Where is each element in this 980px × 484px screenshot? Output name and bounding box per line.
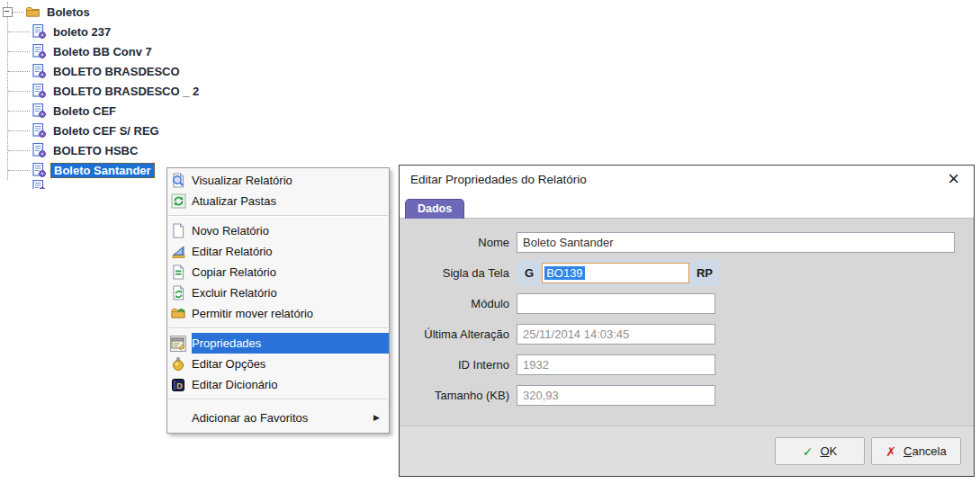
close-icon[interactable]: × [944,170,963,188]
menu-item-label: Novo Relatório [192,224,269,238]
tree-stub [8,130,30,131]
report-icon [31,44,47,58]
field-row-nome: Nome [400,231,974,254]
favorites-icon-placeholder [170,409,186,426]
menu-item-novo-relatorio[interactable]: Novo Relatório [167,220,389,241]
menu-item-editar-relatorio[interactable]: Editar Relatório [167,241,389,262]
menu-item-label: Editar Dicionário [192,378,277,391]
report-icon [31,123,47,138]
tree-stub [8,170,30,171]
menu-item-propriedades[interactable]: Propriedades [167,333,389,354]
tree-item-label[interactable]: BOLETO BRASDESCO _ 2 [50,84,202,99]
report-icon [31,24,47,39]
dictionary-icon: D [170,377,186,393]
report-icon [31,163,47,177]
tree-root-row[interactable]: Boletos [0,2,396,22]
report-icon [31,143,47,157]
tree-stub [8,111,30,112]
sigla-selected-text: BO139 [544,266,584,280]
menu-item-label: Propriedades [192,336,261,350]
x-icon: ✗ [886,444,896,459]
menu-item-label: Visualizar Relatório [192,174,292,187]
ultima-alteracao-input [517,324,715,345]
tree-stub [8,31,30,32]
modulo-label: Módulo [400,297,509,310]
id-interno-label: ID Interno [400,358,509,372]
tree-stub [8,150,30,151]
svg-text:D: D [176,381,183,390]
tree-item[interactable]: boleto 237 [0,22,396,41]
menu-separator [168,399,388,400]
move-report-icon [170,306,186,322]
menu-item-editar-dicionario[interactable]: D Editar Dicionário [167,374,389,395]
menu-item-label: Editar Opções [192,357,265,371]
collapse-expander-icon[interactable] [3,7,13,17]
tree-item-label-selected[interactable]: Boleto Santander [50,163,155,178]
field-row-ultima-alteracao: Última Alteração [400,323,974,345]
sigla-prefix: G [525,266,534,280]
tree-root-label[interactable]: Boletos [44,4,93,20]
tree-item-label[interactable]: Boleto CEF [50,103,119,119]
cancel-button[interactable]: ✗ Cancela [871,437,961,465]
menu-separator [168,215,388,217]
dialog-body: Nome Sigla da Tela G BO139 RP Módulo Últ… [400,218,974,426]
tree-item[interactable]: Boleto CEF [0,101,396,121]
dialog-titlebar: Editar Propriedades do Relatório × [400,166,974,193]
menu-item-label: Atualizar Pastas [192,194,276,208]
tree-item-label[interactable]: Boleto BB Conv 7 [50,44,155,59]
refresh-icon [170,193,186,210]
tree-item[interactable]: BOLETO HSBC [0,140,396,160]
tree-item[interactable]: Boleto CEF S/ REG [0,121,396,140]
context-menu: Visualizar Relatório Atualizar Pastas No… [166,167,390,434]
menu-item-adicionar-ao-favoritos[interactable]: Adicionar ao Favoritos ▶ [167,404,389,431]
menu-item-editar-opcoes[interactable]: Editar Opções [167,354,389,374]
view-report-icon [170,173,186,189]
options-icon [170,356,186,372]
tree-item[interactable]: Boleto BB Conv 7 [0,41,396,61]
tree-item[interactable]: BOLETO BRASDESCO [0,61,396,81]
dialog-footer: ✓ OK ✗ Cancela [400,426,974,476]
menu-item-permitir-mover-relatorio[interactable]: Permitir mover relatório [167,303,389,324]
cancel-button-label: Cancela [904,444,947,458]
nome-input[interactable] [517,232,955,253]
menu-item-label: Permitir mover relatório [192,307,313,320]
modulo-input[interactable] [517,293,715,314]
tree-item-label[interactable]: boleto 237 [50,24,113,40]
properties-icon [170,336,186,352]
menu-item-visualizar-relatorio[interactable]: Visualizar Relatório [167,170,389,191]
copy-report-icon [170,264,186,281]
properties-dialog: Editar Propriedades do Relatório × Dados… [399,165,975,477]
field-row-sigla: Sigla da Tela G BO139 RP [400,262,974,284]
nome-label: Nome [400,236,509,249]
dialog-tabstrip: Dados [400,193,974,218]
tree-stub [8,71,30,72]
tree-item-label[interactable]: Boleto CEF S/ REG [50,123,162,139]
id-interno-input [517,354,715,375]
tree-item-label[interactable]: BOLETO BRASDESCO [50,64,183,79]
tree-item[interactable]: BOLETO BRASDESCO _ 2 [0,81,396,101]
dialog-title: Editar Propriedades do Relatório [410,173,944,186]
tab-dados[interactable]: Dados [405,199,464,219]
tamanho-label: Tamanho (KB) [400,389,509,402]
ok-button[interactable]: ✓ OK [775,437,865,465]
tree-item-label[interactable]: BOLETO HSBC [50,143,140,158]
menu-item-excluir-relatorio[interactable]: Excluir Relatório [167,282,389,303]
menu-item-copiar-relatorio[interactable]: Copiar Relatório [167,262,389,282]
menu-item-atualizar-pastas[interactable]: Atualizar Pastas [167,191,389,211]
tree-stub [8,51,30,52]
report-icon [31,64,47,78]
report-icon [31,103,47,118]
sigla-input[interactable]: BO139 [542,263,689,283]
delete-report-icon [170,285,186,301]
ok-button-label: OK [820,444,837,458]
menu-separator [168,327,388,329]
sigla-label: Sigla da Tela [400,266,509,280]
menu-item-label: Excluir Relatório [192,286,277,300]
report-tree: Boletos boleto 237 Boleto BB Conv 7 BOLE… [0,2,396,189]
folder-icon [25,4,40,19]
sigla-suffix: RP [697,266,713,280]
field-row-tamanho: Tamanho (KB) [400,384,974,407]
submenu-arrow-icon: ▶ [373,413,380,422]
check-icon: ✓ [803,444,814,459]
report-icon [31,180,47,189]
